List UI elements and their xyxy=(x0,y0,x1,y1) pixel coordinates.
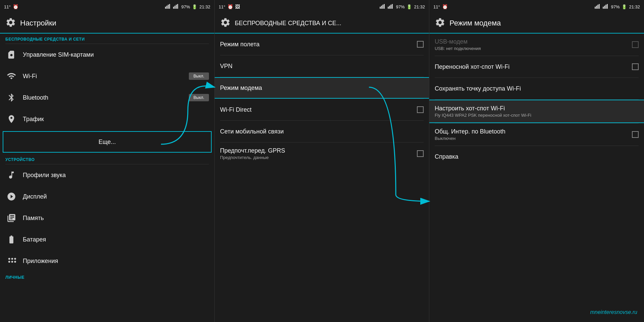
svg-rect-6 xyxy=(176,5,177,9)
menu-item-profiles[interactable]: Профили звука xyxy=(0,164,214,186)
svg-rect-16 xyxy=(595,7,596,9)
traffic-label: Трафик xyxy=(23,116,209,123)
menu-item-display[interactable]: Дисплей xyxy=(0,186,214,207)
signal-icon-6 xyxy=(603,4,609,10)
wifidirect-label: Wi-Fi Direct xyxy=(220,106,412,113)
battery-icon-2: 🔋 xyxy=(407,4,412,9)
configure-hotspot-content: Настроить хот-спот Wi-Fi Fly IQ443 WPA2 … xyxy=(435,105,639,118)
menu-item-help[interactable]: Справка xyxy=(429,146,644,167)
battery-1: 97% xyxy=(181,4,190,9)
menu-item-mobile[interactable]: Сети мобильной связи xyxy=(215,121,429,142)
wifi-toggle[interactable]: Выкл. xyxy=(189,72,209,80)
status-left-3: 11° ⏰ xyxy=(433,4,448,9)
bt-share-checkbox[interactable] xyxy=(632,131,639,138)
status-bar-1: 11° ⏰ 97% 🔋 21:32 xyxy=(0,0,214,13)
usb-label: USB-модем xyxy=(435,38,627,45)
vpn-content: VPN xyxy=(220,63,424,70)
mobile-label: Сети мобильной связи xyxy=(220,128,424,135)
status-right-2: 97% 🔋 21:32 xyxy=(380,4,425,10)
menu-item-wifi[interactable]: Wi-Fi Выкл. xyxy=(0,65,214,87)
gprs-content: Предпочт.перед. GPRS Предпочтитель. данн… xyxy=(220,147,412,160)
menu-item-memory[interactable]: Память xyxy=(0,207,214,229)
more-label: Еще... xyxy=(9,139,206,146)
display-label: Дисплей xyxy=(23,193,209,200)
status-left-1: 11° ⏰ xyxy=(4,4,18,9)
vpn-label: VPN xyxy=(220,63,424,70)
svg-rect-0 xyxy=(165,7,166,9)
section-label-3: ЛИЧНЫЕ xyxy=(0,272,214,282)
hotspot-checkbox[interactable] xyxy=(632,63,639,70)
svg-rect-21 xyxy=(604,6,605,9)
status-left-2: 11° ⏰ 🖼 xyxy=(219,4,240,9)
battery-icon-1: 🔋 xyxy=(192,4,197,9)
menu-item-sim[interactable]: Управление SIM-картами xyxy=(0,44,214,65)
svg-rect-14 xyxy=(390,5,391,9)
gprs-label: Предпочт.перед. GPRS xyxy=(220,147,412,154)
photo-icon-2: 🖼 xyxy=(235,4,240,9)
svg-rect-8 xyxy=(380,7,381,9)
bt-share-label: Общ. Интер. по Bluetooth xyxy=(435,128,627,135)
svg-rect-10 xyxy=(382,5,383,9)
signal-icon-4 xyxy=(388,4,394,10)
time-1: 21:32 xyxy=(199,4,210,9)
time-3: 21:32 xyxy=(629,4,640,9)
temperature-2: 11° xyxy=(219,4,225,9)
svg-rect-12 xyxy=(388,7,389,9)
panel-2: 11° ⏰ 🖼 97% 🔋 21:32 БЕСПРОВОДНЫЕ СРЕДСТВ… xyxy=(215,0,429,322)
menu-item-hotspot[interactable]: Переносной хот-спот Wi-Fi xyxy=(429,56,644,77)
menu-item-gprs[interactable]: Предпочт.перед. GPRS Предпочтитель. данн… xyxy=(215,143,429,165)
menu-item-traffic[interactable]: Трафик xyxy=(0,108,214,130)
page-title-1: Настройки xyxy=(20,19,56,28)
battery-label: Батарея xyxy=(23,236,209,243)
help-label: Справка xyxy=(435,153,639,160)
svg-rect-2 xyxy=(168,5,169,9)
battery-3: 97% xyxy=(611,4,620,9)
menu-item-modem[interactable]: Режим модема xyxy=(215,77,429,99)
apps-icon xyxy=(5,255,17,267)
wifidirect-checkbox[interactable] xyxy=(417,106,424,113)
wifidirect-content: Wi-Fi Direct xyxy=(220,106,412,113)
title-bar-2: БЕСПРОВОДНЫЕ СРЕДСТВА И СЕ... xyxy=(215,13,429,34)
page-title-2: БЕСПРОВОДНЫЕ СРЕДСТВА И СЕ... xyxy=(235,20,341,27)
section-label-2: УСТРОЙСТВО xyxy=(0,154,214,164)
menu-item-usb: USB-модем USB: нет подключения xyxy=(429,34,644,56)
usb-checkbox xyxy=(632,41,639,48)
modem-content: Режим модема xyxy=(220,85,424,92)
website-link: mneinteresnovse.ru xyxy=(590,309,637,315)
gprs-checkbox[interactable] xyxy=(417,150,424,157)
save-hotspot-content: Сохранять точку доступа Wi-Fi xyxy=(435,85,639,92)
status-bar-3: 11° ⏰ 97% 🔋 21:32 xyxy=(429,0,644,13)
svg-rect-20 xyxy=(603,7,604,9)
traffic-icon xyxy=(5,113,17,125)
title-bar-3: Режим модема xyxy=(429,13,644,34)
menu-item-apps[interactable]: Приложения xyxy=(0,250,214,272)
menu-item-more[interactable]: Еще... xyxy=(3,131,212,153)
settings-icon-2 xyxy=(220,17,231,29)
menu-item-bluetooth[interactable]: Bluetooth Выкл. xyxy=(0,87,214,108)
battery-icon-3: 🔋 xyxy=(622,4,627,9)
battery-2: 97% xyxy=(396,4,405,9)
airplane-label: Режим полета xyxy=(220,41,412,48)
menu-item-bt-share[interactable]: Общ. Интер. по Bluetooth Выключен xyxy=(429,123,644,146)
signal-icon-1 xyxy=(165,4,171,10)
svg-rect-23 xyxy=(607,4,608,9)
wifi-label: Wi-Fi xyxy=(23,73,183,80)
sim-label: Управление SIM-картами xyxy=(23,51,209,58)
menu-item-vpn[interactable]: VPN xyxy=(215,55,429,77)
menu-item-save-hotspot[interactable]: Сохранять точку доступа Wi-Fi xyxy=(429,78,644,99)
gprs-sub: Предпочтитель. данные xyxy=(220,155,412,160)
temperature-3: 11° xyxy=(433,4,440,9)
bluetooth-toggle[interactable]: Выкл. xyxy=(189,94,209,101)
menu-item-configure-hotspot[interactable]: Настроить хот-спот Wi-Fi Fly IQ443 WPA2 … xyxy=(429,100,644,123)
memory-icon xyxy=(5,212,17,224)
airplane-checkbox[interactable] xyxy=(417,41,424,48)
settings-icon-3 xyxy=(435,17,445,29)
page-title-3: Режим модема xyxy=(449,19,501,28)
menu-item-airplane[interactable]: Режим полета xyxy=(215,34,429,55)
svg-rect-13 xyxy=(389,6,390,9)
usb-sub: USB: нет подключения xyxy=(435,46,627,51)
menu-item-battery[interactable]: Батарея xyxy=(0,229,214,250)
menu-item-wifidirect[interactable]: Wi-Fi Direct xyxy=(215,99,429,120)
time-2: 21:32 xyxy=(414,4,425,9)
apps-label: Приложения xyxy=(23,258,209,265)
